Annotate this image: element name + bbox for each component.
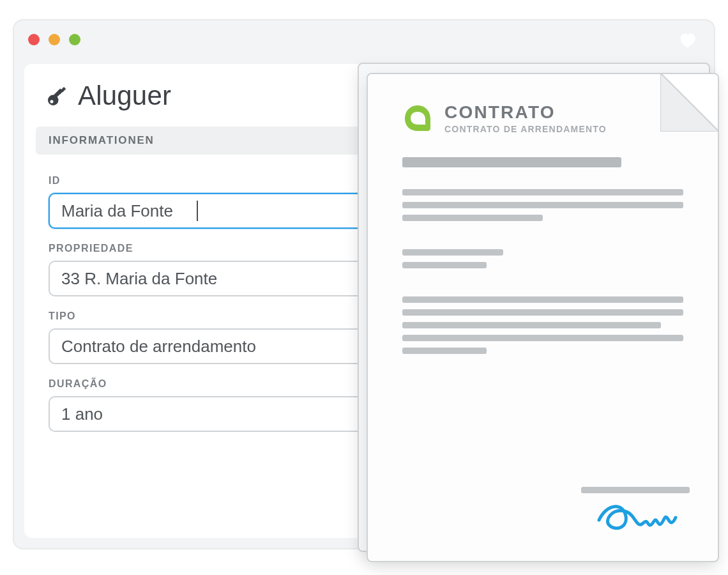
- window-minimize-button[interactable]: [49, 34, 60, 45]
- doc-placeholder-line: [402, 296, 683, 303]
- signature-area: [562, 487, 690, 538]
- doc-placeholder-line: [402, 157, 621, 167]
- document-subtitle: CONTRATO DE ARRENDAMENTO: [444, 124, 607, 134]
- text-caret: [197, 201, 198, 221]
- document-titles: CONTRATO CONTRATO DE ARRENDAMENTO: [444, 102, 607, 134]
- doc-placeholder-line: [402, 309, 683, 316]
- signature-icon: [562, 500, 690, 538]
- doc-placeholder-line: [402, 215, 543, 221]
- section-header-label: INFORMATIONEN: [49, 134, 155, 146]
- brand-logo-icon: [402, 103, 433, 134]
- signature-line: [581, 487, 690, 493]
- doc-placeholder-line: [402, 348, 487, 354]
- window-titlebar: [14, 20, 714, 59]
- key-icon: [46, 84, 69, 107]
- doc-placeholder-line: [402, 335, 683, 341]
- favorite-button[interactable]: [674, 29, 700, 51]
- document-title: CONTRATO: [444, 102, 607, 123]
- svg-point-1: [50, 100, 53, 103]
- page-title: Aluguer: [78, 80, 171, 111]
- doc-placeholder-line: [402, 202, 683, 208]
- document-body: [368, 139, 718, 354]
- doc-placeholder-line: [402, 249, 503, 256]
- doc-placeholder-line: [402, 322, 661, 328]
- page-fold-icon: [660, 73, 719, 132]
- window-close-button[interactable]: [28, 34, 40, 45]
- heart-icon: [678, 32, 696, 49]
- document-preview: CONTRATO CONTRATO DE ARRENDAMENTO: [358, 63, 715, 567]
- window-maximize-button[interactable]: [69, 34, 80, 45]
- doc-placeholder-line: [402, 262, 487, 268]
- doc-placeholder-line: [402, 189, 683, 195]
- window-traffic-lights: [28, 34, 80, 45]
- document-sheet-front[interactable]: CONTRATO CONTRATO DE ARRENDAMENTO: [367, 73, 719, 562]
